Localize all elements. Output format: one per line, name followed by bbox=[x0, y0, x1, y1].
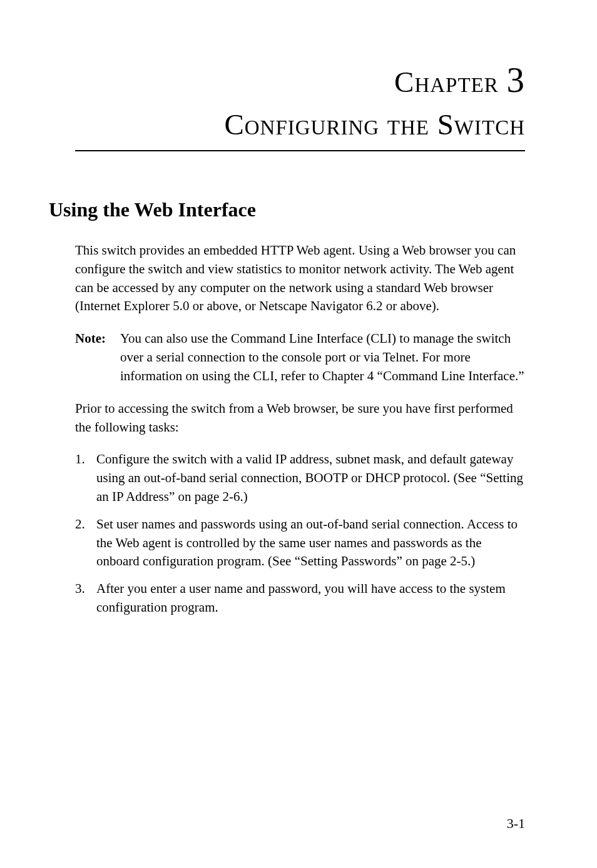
note-label: Note: bbox=[75, 330, 120, 385]
note-block: Note: You can also use the Command Line … bbox=[75, 330, 525, 385]
note-text: You can also use the Command Line Interf… bbox=[120, 330, 525, 385]
chapter-label: Chapter 3 bbox=[75, 59, 525, 100]
intro-paragraph: This switch provides an embedded HTTP We… bbox=[75, 241, 525, 316]
list-item: After you enter a user name and password… bbox=[75, 580, 525, 617]
chapter-title: Configuring the Switch bbox=[75, 108, 525, 151]
page-number: 3-1 bbox=[507, 815, 525, 832]
chapter-number: 3 bbox=[507, 60, 526, 99]
chapter-word: Chapter bbox=[394, 66, 499, 98]
prior-paragraph: Prior to accessing the switch from a Web… bbox=[75, 400, 525, 437]
list-item: Set user names and passwords using an ou… bbox=[75, 515, 525, 571]
list-item: Configure the switch with a valid IP add… bbox=[75, 450, 525, 506]
section-heading: Using the Web Interface bbox=[49, 198, 525, 221]
steps-list: Configure the switch with a valid IP add… bbox=[75, 450, 525, 617]
